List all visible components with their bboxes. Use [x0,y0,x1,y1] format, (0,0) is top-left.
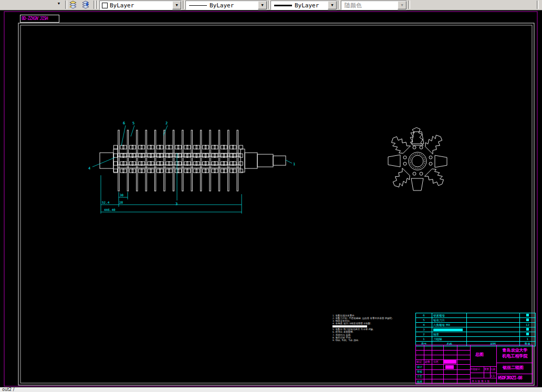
bom-qty [520,332,536,337]
bom-name [432,327,467,332]
tb-type-label: 总图 [475,353,484,356]
tb-weight-label: 重量 [484,368,489,371]
balloon-6: 6 [123,121,125,125]
bom-no: 1 [416,337,432,342]
table-row: 3 [416,327,536,332]
table-row: 2 隔套 [416,332,536,337]
sheet-name-label: BD-ZZXGN'JISH [20,15,59,23]
tb-role-approve: 批准 [417,380,422,383]
shaft-assembly-view [100,130,286,191]
lineweight-sample-icon [274,5,292,6]
bom-qty: 12 [520,323,536,327]
tb-label-count: 处数 [425,360,430,363]
bom-name: 刀辊轴 [432,337,467,342]
bom-qty: 1 [520,337,536,342]
bom-no: 6 [416,313,432,318]
selected-name-highlight [433,329,463,331]
layout-tab-strip[interactable]: out2 / [0,387,542,392]
linetype-control-value: ByLayer [210,2,234,9]
toolbar-separator [408,1,410,9]
cad-application-window: ▼ ByLayer ▼ [0,0,542,392]
tb-scale-value: 1:1 [491,374,495,377]
toolbar-separator [183,1,185,9]
table-row: 4 六角螺母 M8 12 [416,323,536,327]
balloon-4: 4 [88,166,90,171]
qty-highlight [526,328,529,331]
chevron-down-icon[interactable]: ▼ [258,1,267,9]
title-block: 标记 处数 分区 设计 审核 工艺 批准 总图 阶段标记 重量 比例 1:1 共… [415,345,533,384]
blade-array [114,130,243,191]
bolt-holes [403,146,432,175]
tb-drawing-title: 锯丝二辊图 [503,366,524,369]
color-control-value: ByLayer [110,2,134,9]
bom-name: 隔套 [432,332,467,337]
balloon-1: 1 [293,162,295,166]
bom-material [467,337,520,342]
straight-blades [388,132,447,190]
chevron-down-icon[interactable]: ▼ [328,1,337,9]
properties-toolbar: ▼ ByLayer ▼ [0,0,542,10]
toolbar-separator [93,1,96,9]
bom-name: 锯齿刀片 [432,318,467,323]
tb-drawing-number: HSDFJRXZI-08 [498,377,522,380]
plotstyle-control-value: 随颜色 [345,2,362,9]
bom-no: 5 [416,318,432,323]
chevron-down-icon[interactable]: ▼ [172,1,181,9]
bom-material [467,332,520,337]
hub-knurl-circle [410,154,425,168]
balloon-5: 5 [132,121,134,125]
cutter-wheel-view [388,128,447,190]
toolbar-separator [96,1,98,9]
tb-role-check: 审核 [417,370,422,373]
balloon-3: 3 [175,202,178,206]
dim-pitch: 30 [120,193,124,197]
bom-material [467,313,520,318]
bom-no: 4 [416,323,432,327]
bom-qty [520,318,536,323]
toolbar-separator [268,1,270,9]
dim-left: 52.4 [102,200,110,204]
tb-stage-label: 阶段标记 [471,368,480,371]
bom-qty [520,313,536,318]
bom-material [467,318,520,323]
linetype-sample-icon [189,5,207,6]
bom-no: 3 [416,327,432,332]
qty-highlight [526,314,529,316]
table-row: 6 锁紧螺母 [416,313,536,318]
table-row: 1 刀辊轴 1 [416,337,536,342]
tb-role-process: 工艺 [417,375,422,378]
note-line: 9. 锐边, 毛刺, 飞边 倒钝. [332,339,402,342]
layers-yellow-icon [69,1,77,9]
tb-label-zone: 分区 [433,360,439,363]
highlight-cell [444,360,456,364]
lineweight-control-dropdown[interactable]: ByLayer ▼ [270,1,337,10]
bom-material [467,327,520,332]
table-row: 5 锯齿刀片 [416,318,536,323]
notes-highlight-bar [332,325,367,327]
toolbar-separator [338,1,340,9]
drawing-canvas[interactable]: 6 5 2 4 1 3 30 52.4 28 446.40 BD-ZZXGN'J… [0,10,542,387]
dim-overall: 446.40 [104,208,116,211]
chevron-down-icon: ▼ [398,1,407,9]
linetype-control-dropdown[interactable]: ByLayer ▼ [185,1,267,10]
make-object-layer-current-button[interactable] [67,1,79,9]
tb-scale-label: 比例 [491,368,495,371]
bom-name: 六角螺母 M8 [432,323,467,327]
technical-notes: 1. 装配前清洗各零件. 2. 装配刀片时: 不得有磕碰, 划伤等 各零件外表面… [332,314,402,342]
tb-sheet-count: 共 1 张 第 1 张 [472,379,489,383]
hub-outer-circle [409,152,426,170]
color-control-dropdown[interactable]: ByLayer ▼ [99,1,182,10]
layer-combo-arrow-icon[interactable]: ▼ [55,2,63,8]
dim-seg: 28 [119,200,123,204]
tb-org-line2: 机电工程学院 [497,354,533,359]
tb-label-mark: 标记 [416,360,422,363]
qty-highlight [526,333,529,335]
tb-org-line1: 青岛农业大学 [497,348,533,353]
parts-list-table: 6 锁紧螺母 5 锯齿刀片 4 六角螺母 M8 12 3 [415,313,536,346]
bom-no: 2 [416,332,432,337]
bom-qty [520,327,536,332]
layout-tab-partial-label[interactable]: out2 / [2,387,14,392]
lineweight-control-value: ByLayer [295,2,319,9]
layer-previous-button[interactable] [80,1,91,9]
bom-name: 锁紧螺母 [432,313,467,318]
